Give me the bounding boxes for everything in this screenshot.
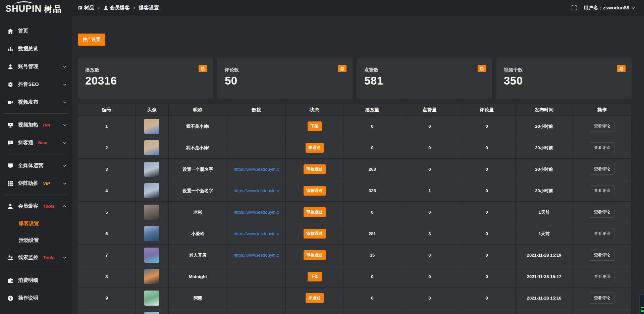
- stat-card-label: 播放数: [85, 67, 206, 73]
- view-comments-button[interactable]: 查看评论: [590, 207, 614, 218]
- sidebar-item-消费明细[interactable]: 消费明细: [0, 271, 72, 289]
- cell-likes: 3: [401, 223, 458, 245]
- sidebar-item-操作说明[interactable]: ?操作说明: [0, 289, 72, 307]
- sidebar-item-label: 消费明细: [18, 277, 38, 283]
- cell-status: 审核通过: [285, 245, 343, 266]
- stat-card-label: 视频个数: [504, 67, 625, 73]
- cell-likes: 0: [401, 116, 458, 137]
- view-comments-button[interactable]: 查看评论: [590, 121, 614, 132]
- avatar: [144, 205, 159, 220]
- cell-nickname: 老人开店: [168, 245, 227, 266]
- view-comments-button[interactable]: 查看评论: [590, 185, 614, 196]
- cell-nickname: 我不是小帅!: [168, 116, 227, 137]
- videos-table-wrap: 编号头像昵称链接状态播放量点赞量评论量发布时间操作 1我不是小帅!下架00020…: [78, 104, 632, 314]
- view-comments-button[interactable]: 查看评论: [590, 293, 614, 304]
- status-badge: 下架: [308, 121, 322, 131]
- table-row: 10查看评论: [78, 309, 632, 314]
- dashboard-icon: [78, 5, 83, 10]
- sidebar-item-视频发布[interactable]: 视频发布: [0, 93, 72, 111]
- cell-number: 4: [78, 180, 136, 202]
- sidebar-item-label: 矩阵助推: [18, 180, 38, 187]
- breadcrumb-item-会员爆客[interactable]: 会员爆客: [103, 5, 130, 11]
- breadcrumb-item-树品[interactable]: 树品: [78, 5, 94, 11]
- cell-number: 2: [78, 137, 136, 159]
- view-comments-button[interactable]: 查看评论: [590, 228, 614, 239]
- app-logo[interactable]: SHUPIN 树品: [0, 0, 72, 17]
- column-header-操作: 操作: [573, 104, 632, 116]
- username-menu[interactable]: 用户名：zswodun88: [584, 5, 635, 11]
- logo-text-en: SHUPIN: [5, 4, 42, 14]
- widget-bar: [641, 309, 644, 309]
- sidebar-item-label: 视频加热: [18, 122, 38, 128]
- sidebar-item-视频加热[interactable]: 视频加热Hot: [0, 116, 72, 134]
- view-comments-button[interactable]: 查看评论: [590, 164, 614, 175]
- status-badge: 下架: [308, 272, 322, 281]
- sidebar-item-抖客通[interactable]: 抖客通New: [0, 134, 72, 152]
- cell-link: [227, 116, 285, 137]
- video-link[interactable]: https://www.iesdouyin.c: [234, 188, 279, 193]
- video-link[interactable]: https://www.iesdouyin.c: [234, 167, 279, 172]
- chevron-down-icon: [63, 83, 67, 87]
- cell-status: 审核通过: [285, 159, 343, 180]
- videos-table: 编号头像昵称链接状态播放量点赞量评论量发布时间操作 1我不是小帅!下架00020…: [78, 104, 632, 314]
- cell-avatar: [135, 245, 168, 266]
- column-header-链接: 链接: [227, 104, 285, 116]
- cell-action: 查看评论: [573, 223, 632, 245]
- floating-widget[interactable]: [639, 295, 644, 314]
- chat-icon: [7, 140, 13, 146]
- video-link[interactable]: https://www.iesdouyin.c: [234, 231, 279, 236]
- cell-status: 审核通过: [285, 180, 343, 202]
- cell-plays: 0: [343, 116, 401, 137]
- sidebar-divider: [4, 113, 68, 114]
- cell-number: 8: [78, 266, 136, 287]
- user-icon: [7, 64, 13, 70]
- video-link[interactable]: https://www.iesdouyin.c: [234, 253, 279, 258]
- stat-card-评论数: 评论数50总: [217, 58, 353, 99]
- sidebar-item-首页[interactable]: 首页: [0, 22, 72, 40]
- stat-card-total-badge: 总: [478, 65, 486, 72]
- chevron-up-icon: [63, 204, 67, 208]
- cell-avatar: [135, 116, 168, 137]
- user-icon: [7, 203, 13, 209]
- cell-nickname: 设置一个新名字: [168, 159, 227, 180]
- view-comments-button[interactable]: 查看评论: [590, 250, 614, 261]
- promo-settings-button[interactable]: 推广设置: [78, 34, 105, 46]
- sidebar-item-矩阵助推[interactable]: 矩阵助推VIP: [0, 174, 72, 192]
- cell-status: 下架: [285, 266, 343, 287]
- sidebar-item-全媒体运营[interactable]: 全媒体运营: [0, 157, 72, 174]
- cell-action: 查看评论: [573, 287, 632, 309]
- cell-publish-time: 1天前: [516, 202, 573, 223]
- cell-nickname: 设置一个新名字: [168, 180, 227, 202]
- sidebar-item-label: 账号管理: [18, 63, 38, 70]
- cell-plays: 35: [343, 245, 401, 266]
- sidebar-item-会员爆客[interactable]: 会员爆客Tools: [0, 197, 72, 215]
- cell-comments: [458, 309, 516, 314]
- view-comments-button[interactable]: 查看评论: [590, 142, 614, 153]
- status-badge: 未通过: [306, 143, 324, 153]
- avatar: [144, 269, 159, 284]
- sidebar-item-活动设置[interactable]: 活动设置: [0, 232, 72, 249]
- cell-action: 查看评论: [573, 266, 632, 287]
- sidebar-item-账号管理[interactable]: 账号管理: [0, 58, 72, 75]
- sidebar-divider: [4, 195, 68, 195]
- widget-bar: [641, 310, 644, 311]
- cell-number: 3: [78, 159, 136, 180]
- sidebar-item-抖音SEO[interactable]: 抖音SEO: [0, 75, 72, 93]
- table-row: 3设置一个新名字https://www.iesdouyin.c审核通过26300…: [78, 159, 632, 180]
- cell-publish-time: 20小时前: [516, 180, 573, 202]
- fullscreen-icon[interactable]: [571, 5, 577, 11]
- home-icon: [7, 28, 13, 34]
- cell-plays: 281: [343, 223, 401, 245]
- cell-plays: [343, 309, 401, 314]
- cell-avatar: [135, 180, 168, 202]
- cell-comments: 0: [458, 266, 516, 287]
- sidebar-item-爆客设置[interactable]: 爆客设置: [0, 215, 72, 232]
- avatar: [144, 226, 159, 241]
- breadcrumb-item-爆客设置[interactable]: 爆客设置: [139, 5, 159, 11]
- sidebar-item-数据总览[interactable]: 数据总览: [0, 40, 72, 58]
- view-comments-button[interactable]: 查看评论: [590, 271, 614, 282]
- cell-status: 审核通过: [285, 223, 343, 245]
- sidebar-item-线索监控[interactable]: 线索监控Tools: [0, 249, 72, 266]
- cell-avatar: [135, 266, 168, 287]
- video-link[interactable]: https://www.iesdouyin.c: [234, 210, 279, 215]
